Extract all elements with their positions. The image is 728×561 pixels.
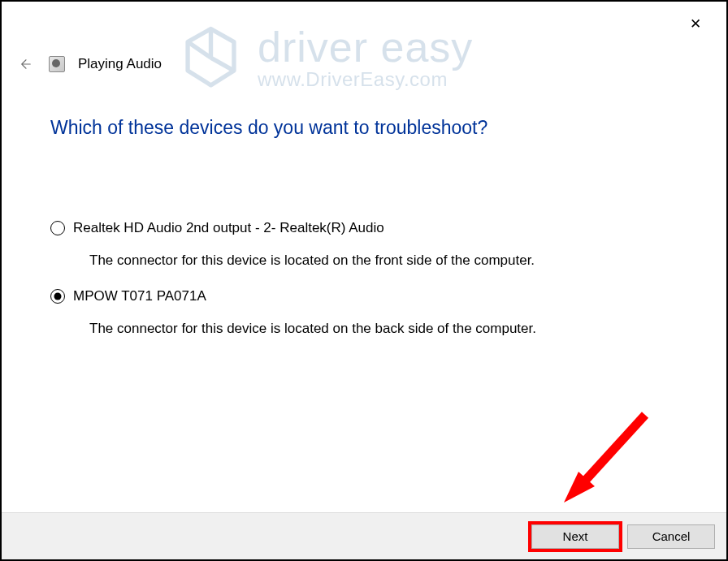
device-description: The connector for this device is located…	[50, 252, 678, 269]
close-icon[interactable]: ✕	[679, 11, 712, 36]
next-button[interactable]: Next	[531, 524, 619, 549]
window-title: Playing Audio	[78, 56, 162, 72]
titlebar: ✕	[2, 2, 726, 42]
back-arrow-icon	[19, 57, 33, 71]
device-radio-row-1[interactable]: Realtek HD Audio 2nd output - 2- Realtek…	[50, 220, 678, 236]
content-area: Which of these devices do you want to tr…	[2, 76, 726, 512]
device-list: Realtek HD Audio 2nd output - 2- Realtek…	[50, 220, 678, 337]
troubleshooter-window: ✕ Playing Audio Which of these devices d…	[2, 2, 726, 559]
cancel-button[interactable]: Cancel	[627, 524, 715, 549]
troubleshooter-icon	[49, 56, 65, 72]
header-row: Playing Audio	[2, 52, 726, 76]
device-label: Realtek HD Audio 2nd output - 2- Realtek…	[73, 220, 384, 236]
device-description: The connector for this device is located…	[50, 321, 678, 337]
radio-icon	[50, 221, 65, 235]
page-heading: Which of these devices do you want to tr…	[50, 117, 678, 139]
footer-bar: Next Cancel	[2, 512, 726, 559]
radio-icon	[50, 289, 65, 304]
device-option: Realtek HD Audio 2nd output - 2- Realtek…	[50, 220, 678, 269]
back-button[interactable]	[16, 54, 36, 74]
device-option: MPOW T071 PA071A The connector for this …	[50, 288, 678, 337]
device-label: MPOW T071 PA071A	[73, 288, 206, 304]
device-radio-row-2[interactable]: MPOW T071 PA071A	[50, 288, 678, 304]
